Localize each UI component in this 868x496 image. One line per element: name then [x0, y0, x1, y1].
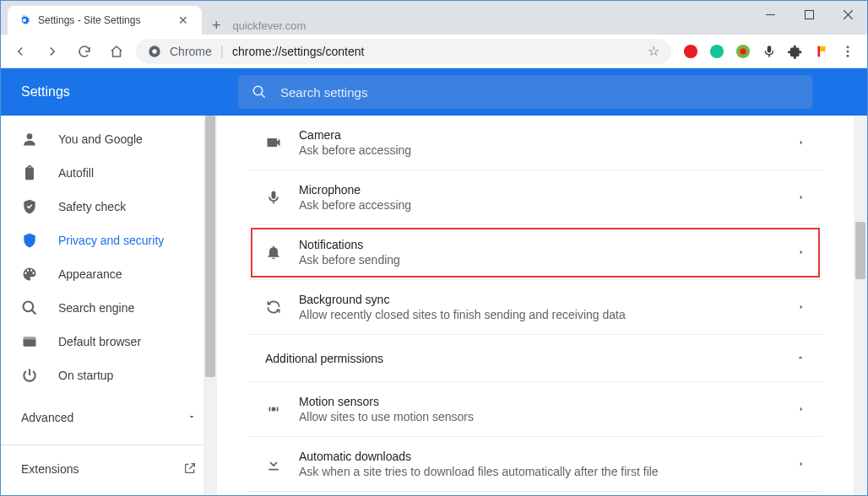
person-icon — [21, 131, 38, 148]
sidebar-item-autofill[interactable]: Autofill — [1, 156, 217, 190]
url-text: chrome://settings/content — [232, 45, 364, 58]
extension-icons — [678, 44, 860, 59]
sidebar-item-label: Safety check — [58, 200, 126, 213]
settings-sidebar: You and Google Autofill Safety check Pri… — [1, 116, 217, 495]
sidebar-item-appearance[interactable]: Appearance — [1, 257, 217, 291]
chevron-right-icon — [797, 299, 806, 315]
clipboard-icon — [21, 164, 38, 181]
gear-icon — [18, 13, 31, 27]
sidebar-item-on-startup[interactable]: On startup — [1, 359, 217, 392]
sidebar-item-label: Privacy and security — [58, 234, 164, 247]
sidebar-item-label: Default browser — [58, 335, 141, 348]
sidebar-item-privacy-and-security[interactable]: Privacy and security — [1, 224, 217, 257]
browser-toolbar: Chrome | chrome://settings/content ☆ — [1, 35, 867, 68]
plus-icon[interactable]: + — [212, 17, 221, 35]
settings-main: Camera Ask before accessing Microphone A… — [217, 116, 867, 495]
chevron-right-icon — [797, 402, 806, 417]
star-icon[interactable]: ☆ — [648, 43, 659, 59]
extension-opera-icon[interactable] — [683, 44, 698, 59]
sidebar-item-label: On startup — [58, 369, 113, 382]
section-title: Additional permissions — [265, 352, 383, 365]
extension-grammarly-icon[interactable] — [709, 44, 724, 59]
setting-row-motion-sensors[interactable]: Motion sensors Allow sites to use motion… — [248, 382, 822, 437]
download-icon — [265, 456, 282, 472]
close-icon[interactable]: ✕ — [175, 13, 192, 27]
sidebar-advanced[interactable]: Advanced — [1, 397, 217, 438]
sidebar-item-safety-check[interactable]: Safety check — [1, 190, 217, 224]
chevron-right-icon — [797, 456, 806, 472]
svg-point-13 — [27, 133, 33, 139]
advanced-label: Advanced — [21, 411, 73, 424]
chevron-down-icon — [187, 411, 197, 424]
row-title: Motion sensors — [299, 395, 780, 408]
mic-icon[interactable] — [762, 44, 777, 59]
close-button[interactable] — [828, 1, 867, 28]
extension-flag-icon[interactable] — [814, 44, 829, 59]
new-tab-area: + quickfever.com — [202, 17, 316, 35]
address-bar[interactable]: Chrome | chrome://settings/content ☆ — [136, 39, 671, 64]
back-button[interactable] — [8, 39, 33, 64]
search-icon — [21, 299, 38, 316]
sidebar-item-you-and-google[interactable]: You and Google — [1, 122, 217, 156]
svg-point-11 — [847, 54, 849, 57]
row-subtitle: Ask before sending — [299, 253, 780, 267]
additional-permissions-header[interactable]: Additional permissions — [248, 335, 822, 382]
setting-row-camera[interactable]: Camera Ask before accessing — [248, 116, 822, 170]
sidebar-item-label: You and Google — [58, 132, 143, 146]
tab-title: Settings - Site Settings — [38, 14, 175, 26]
main-scrollbar[interactable] — [854, 116, 867, 495]
settings-header: Settings — [1, 68, 867, 116]
search-input[interactable] — [280, 85, 799, 100]
sidebar-item-default-browser[interactable]: Default browser — [1, 325, 217, 359]
svg-rect-0 — [805, 10, 813, 19]
svg-point-6 — [740, 48, 746, 54]
chevron-right-icon — [797, 190, 806, 205]
new-tab-label: quickfever.com — [233, 19, 307, 32]
kebab-menu-icon[interactable] — [840, 44, 855, 59]
sidebar-item-search-engine[interactable]: Search engine — [1, 291, 217, 325]
reload-button[interactable] — [72, 39, 97, 64]
forward-button[interactable] — [40, 39, 65, 64]
svg-rect-8 — [820, 46, 825, 51]
home-button[interactable] — [104, 39, 129, 64]
setting-row-microphone[interactable]: Microphone Ask before accessing — [248, 170, 822, 225]
search-icon — [252, 84, 267, 100]
browser-tab-active[interactable]: Settings - Site Settings ✕ — [8, 6, 202, 35]
svg-point-17 — [272, 407, 274, 410]
svg-point-10 — [847, 50, 849, 52]
chrome-icon — [148, 45, 161, 58]
sidebar-item-label: Appearance — [58, 267, 122, 281]
bell-icon — [265, 244, 282, 261]
setting-row-background-sync[interactable]: Background sync Allow recently closed si… — [248, 280, 822, 335]
extension-idm-icon[interactable] — [735, 44, 751, 59]
sidebar-item-label: Search engine — [58, 301, 134, 315]
svg-point-12 — [253, 86, 263, 95]
url-scheme: Chrome — [170, 45, 212, 58]
row-subtitle: Allow sites to use motion sensors — [299, 410, 780, 423]
palette-icon — [21, 266, 38, 283]
chevron-right-icon — [797, 245, 806, 260]
search-settings-box[interactable] — [238, 75, 812, 109]
row-subtitle: Ask when a site tries to download files … — [299, 465, 780, 478]
row-title: Microphone — [299, 183, 780, 197]
sidebar-extensions[interactable]: Extensions — [1, 452, 217, 486]
setting-row-notifications[interactable]: Notifications Ask before sending — [248, 225, 822, 280]
row-title: Automatic downloads — [299, 450, 780, 463]
camera-icon — [265, 134, 282, 151]
row-subtitle: Ask before accessing — [299, 198, 780, 212]
sidebar-scrollbar[interactable] — [203, 116, 217, 495]
svg-point-9 — [847, 46, 849, 48]
chevron-right-icon — [797, 135, 806, 150]
puzzle-icon[interactable] — [788, 44, 803, 59]
shield-icon — [21, 232, 38, 249]
maximize-button[interactable] — [789, 1, 828, 28]
svg-point-3 — [684, 44, 697, 57]
mic-icon — [265, 189, 282, 206]
row-subtitle: Ask before accessing — [299, 143, 780, 157]
minimize-button[interactable] — [751, 1, 789, 28]
setting-row-automatic-downloads[interactable]: Automatic downloads Ask when a site trie… — [248, 437, 822, 492]
external-link-icon — [183, 461, 197, 477]
svg-rect-7 — [818, 46, 821, 57]
browser-tab-strip: Settings - Site Settings ✕ + quickfever.… — [1, 1, 867, 35]
row-subtitle: Allow recently closed sites to finish se… — [299, 308, 780, 321]
